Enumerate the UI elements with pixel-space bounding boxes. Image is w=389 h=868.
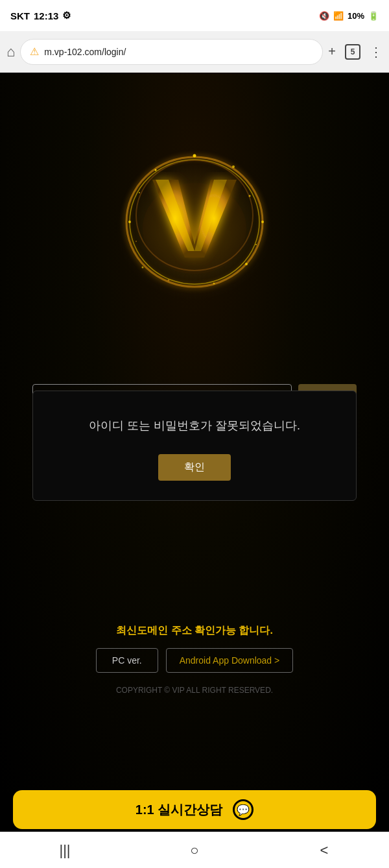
browser-menu-icon[interactable]: ⋮ [370,44,383,60]
status-left: SKT 12:13 ⚙ [10,10,71,21]
svg-point-11 [168,280,170,282]
pc-version-button[interactable]: PC ver. [96,648,158,673]
add-tab-icon[interactable]: + [328,44,336,59]
svg-point-9 [245,263,248,265]
browser-url-box[interactable]: ⚠ m.vp-102.com/login/ [20,39,323,65]
error-message: 아이디 또는 비밀번호가 잘못되었습니다. [89,417,300,435]
svg-point-1 [143,183,246,274]
confirm-button[interactable]: 확인 [158,454,231,481]
svg-point-8 [142,267,144,269]
settings-icon: ⚙ [62,10,71,21]
svg-point-4 [128,221,131,223]
svg-point-6 [155,169,157,171]
android-download-button[interactable]: Android App Download > [166,648,294,673]
svg-point-16 [255,244,257,245]
battery-icon: 🔋 [368,11,379,21]
time-label: 12:13 [34,10,58,21]
logo-area [0,73,389,384]
nav-menu-button[interactable]: ||| [45,838,84,863]
battery-label: 10% [348,11,364,21]
nav-back-button[interactable]: < [305,838,344,863]
svg-point-5 [261,221,264,223]
navigation-bar: ||| ○ < [0,832,389,868]
chat-icon: 💬 [233,799,253,820]
tabs-count-badge[interactable]: 5 [345,44,360,60]
browser-actions: + 5 ⋮ [328,44,383,60]
nav-home-icon: ○ [190,842,198,859]
nav-menu-icon: ||| [59,842,70,859]
svg-point-15 [136,241,137,242]
carrier-label: SKT [10,10,30,21]
button-row: PC ver. Android App Download > [96,648,293,673]
domain-notice: 최신도메인 주소 확인가능 합니다. [116,624,273,638]
chat-label: 1:1 실시간상담 [136,801,222,819]
svg-point-13 [139,192,140,193]
nav-back-icon: < [320,842,329,859]
status-right: 🔇 📶 10% 🔋 [319,11,379,21]
main-content: 아이디 또는 비밀번호가 잘못되었습니다. 확인 최신도메인 주소 확인가능 합… [0,73,389,793]
browser-bar: ⌂ ⚠ m.vp-102.com/login/ + 5 ⋮ [0,31,389,73]
warning-icon: ⚠ [30,45,39,58]
mute-icon: 🔇 [319,11,329,21]
status-bar: SKT 12:13 ⚙ 🔇 📶 10% 🔋 [0,0,389,31]
url-text: m.vp-102.com/login/ [44,47,126,57]
browser-home-icon[interactable]: ⌂ [6,43,15,60]
svg-point-10 [193,154,196,158]
svg-point-7 [232,165,235,168]
nav-home-button[interactable]: ○ [175,838,214,863]
error-dialog: 아이디 또는 비밀번호가 잘못되었습니다. 확인 [32,391,357,501]
copyright-text: COPYRIGHT © VIP ALL RIGHT RESERVED. [116,686,273,695]
brand-logo [104,138,285,319]
bottom-area: 최신도메인 주소 확인가능 합니다. PC ver. Android App D… [0,624,389,695]
svg-point-12 [213,283,215,285]
chat-button[interactable]: 1:1 실시간상담 💬 [13,790,376,829]
signal-icon: 📶 [333,11,344,21]
